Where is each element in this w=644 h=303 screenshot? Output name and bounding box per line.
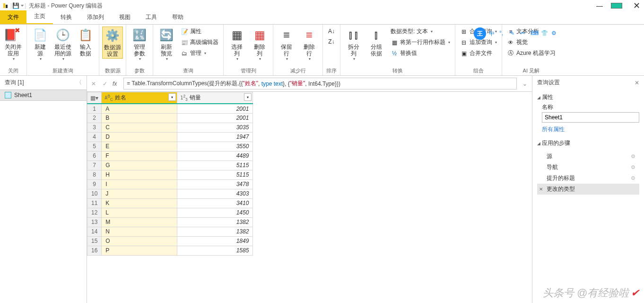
enter-data-button[interactable]: 📋输入 数据 — [75, 27, 96, 58]
azure-ml-button[interactable]: ⒶAzure 机器学习 — [505, 48, 557, 58]
minimize-button[interactable]: — — [594, 2, 605, 9]
cell-name[interactable]: B — [102, 113, 177, 123]
cell-sales[interactable]: 1450 — [177, 208, 253, 217]
applied-step[interactable]: 提升的标题⚙ — [537, 173, 639, 184]
tab-add-column[interactable]: 添加列 — [79, 10, 112, 24]
cell-name[interactable]: G — [102, 160, 177, 170]
combine-files-button[interactable]: ▣合并文件 — [458, 48, 499, 58]
row-header[interactable]: 8 — [87, 170, 102, 179]
shirt-icon[interactable]: 👕 — [541, 30, 548, 37]
step-settings-icon[interactable]: ⚙ — [631, 153, 635, 160]
cell-name[interactable]: D — [102, 132, 177, 142]
replace-values-button[interactable]: ½替换值 — [389, 48, 452, 58]
row-header[interactable]: 7 — [87, 160, 102, 170]
cell-sales[interactable]: 1382 — [177, 217, 253, 227]
recent-sources-button[interactable]: 🕒最近使 用的源 — [52, 27, 73, 62]
close-settings-icon[interactable]: ✕ — [635, 80, 639, 86]
fx-icon[interactable]: fx — [113, 80, 117, 87]
cell-name[interactable]: P — [102, 246, 177, 255]
cell-sales[interactable]: 1947 — [177, 132, 253, 142]
row-header[interactable]: 3 — [87, 123, 102, 132]
use-first-row-headers-button[interactable]: ▦将第一行用作标题 — [389, 37, 452, 47]
advanced-editor-button[interactable]: 📰高级编辑器 — [179, 37, 220, 47]
column-header-sales[interactable]: 123销量▾ — [177, 92, 253, 104]
cell-name[interactable]: N — [102, 227, 177, 236]
query-item-sheet1[interactable]: Sheet1 — [0, 89, 87, 101]
save-icon[interactable]: 💾 — [12, 2, 19, 9]
sort-desc-button[interactable]: Z↓ — [326, 37, 337, 46]
tab-file[interactable]: 文件 — [0, 10, 26, 24]
row-header[interactable]: 11 — [87, 198, 102, 208]
step-settings-icon[interactable]: ⚙ — [631, 175, 635, 181]
cell-sales[interactable]: 3035 — [177, 123, 253, 132]
cell-sales[interactable]: 1382 — [177, 227, 253, 236]
row-header[interactable]: 13 — [87, 217, 102, 227]
cell-name[interactable]: A — [102, 104, 177, 113]
cancel-formula-icon[interactable]: ✕ — [90, 80, 97, 87]
cell-name[interactable]: M — [102, 217, 177, 227]
cell-sales[interactable]: 3410 — [177, 198, 253, 208]
collapse-queries-icon[interactable]: 〈 — [76, 79, 82, 87]
remove-rows-button[interactable]: ≡删除 行 — [299, 27, 320, 62]
close-button[interactable]: ✕ — [631, 0, 642, 11]
group-by-button[interactable]: ⫿分组 依据 — [366, 27, 387, 58]
keyboard-icon[interactable]: ⌨ — [531, 30, 538, 37]
cell-name[interactable]: F — [102, 151, 177, 160]
tab-home[interactable]: 主页 — [26, 9, 53, 24]
row-header[interactable]: 9 — [87, 179, 102, 189]
row-header[interactable]: 14 — [87, 227, 102, 236]
cell-name[interactable]: L — [102, 208, 177, 217]
column-header-name[interactable]: ABC姓名▾ — [102, 92, 177, 104]
data-source-settings-button[interactable]: ⚙️数据源 设置 — [102, 27, 123, 59]
cell-sales[interactable]: 5115 — [177, 170, 253, 179]
row-header[interactable]: 15 — [87, 236, 102, 246]
cell-sales[interactable]: 2001 — [177, 104, 253, 113]
row-header[interactable]: 2 — [87, 113, 102, 123]
refresh-preview-button[interactable]: 🔄刷新 预览 — [156, 27, 177, 62]
step-settings-icon[interactable]: ⚙ — [631, 164, 635, 170]
remove-columns-button[interactable]: ▦删除 列 — [249, 27, 270, 62]
new-source-button[interactable]: 📄新建 源 — [30, 27, 51, 62]
choose-columns-button[interactable]: ▦选择 列 — [226, 27, 247, 62]
cell-sales[interactable]: 4303 — [177, 189, 253, 198]
query-name-input[interactable] — [542, 112, 639, 123]
cell-sales[interactable]: 1585 — [177, 246, 253, 255]
cell-sales[interactable]: 1849 — [177, 236, 253, 246]
gear-icon[interactable]: ⚙ — [551, 30, 559, 37]
cell-sales[interactable]: 4489 — [177, 151, 253, 160]
properties-button[interactable]: 📝属性 — [179, 27, 220, 36]
sort-asc-button[interactable]: A↓ — [326, 27, 337, 36]
tab-help[interactable]: 帮助 — [165, 10, 191, 24]
ime-zh-icon[interactable]: 中 — [489, 30, 496, 37]
scissors-icon[interactable]: ✂ — [520, 30, 528, 37]
row-header[interactable]: 5 — [87, 142, 102, 151]
cell-sales[interactable]: 2001 — [177, 113, 253, 123]
cell-name[interactable]: H — [102, 170, 177, 179]
row-header[interactable]: 12 — [87, 208, 102, 217]
manage-button[interactable]: 🗂管理 — [179, 48, 220, 58]
cell-name[interactable]: J — [102, 189, 177, 198]
formula-text[interactable]: = Table.TransformColumnTypes(提升的标题,{{"姓名… — [123, 78, 517, 89]
formula-dropdown-icon[interactable]: ⌄ — [521, 80, 529, 87]
user-avatar[interactable]: 王 — [474, 27, 486, 40]
data-grid[interactable]: ▦▾ ABC姓名▾ 123销量▾ 1A20012B20013C30354D194… — [87, 92, 532, 256]
cell-name[interactable]: O — [102, 236, 177, 246]
close-apply-button[interactable]: 📕✖关闭并 应用 — [3, 27, 24, 62]
tab-tools[interactable]: 工具 — [138, 10, 165, 24]
row-header[interactable]: 6 — [87, 151, 102, 160]
keep-rows-button[interactable]: ≡保留 行 — [276, 27, 297, 62]
select-all-corner[interactable]: ▦▾ — [87, 92, 102, 104]
row-header[interactable]: 16 — [87, 246, 102, 255]
tab-view[interactable]: 视图 — [112, 10, 138, 24]
all-properties-link[interactable]: 所有属性 — [542, 125, 639, 134]
split-column-button[interactable]: ⫿⫿拆分 列 — [343, 27, 364, 62]
applied-step[interactable]: 导航⚙ — [537, 162, 639, 173]
applied-step[interactable]: 源⚙ — [537, 151, 639, 162]
applied-step[interactable]: 更改的类型 — [537, 184, 639, 195]
cell-sales[interactable]: 5115 — [177, 160, 253, 170]
manage-parameters-button[interactable]: 🔣管理 参数 — [129, 27, 150, 62]
cell-name[interactable]: K — [102, 198, 177, 208]
tab-transform[interactable]: 转换 — [53, 10, 79, 24]
cell-name[interactable]: C — [102, 123, 177, 132]
qa-dropdown-icon[interactable]: ⏷ — [20, 3, 25, 8]
